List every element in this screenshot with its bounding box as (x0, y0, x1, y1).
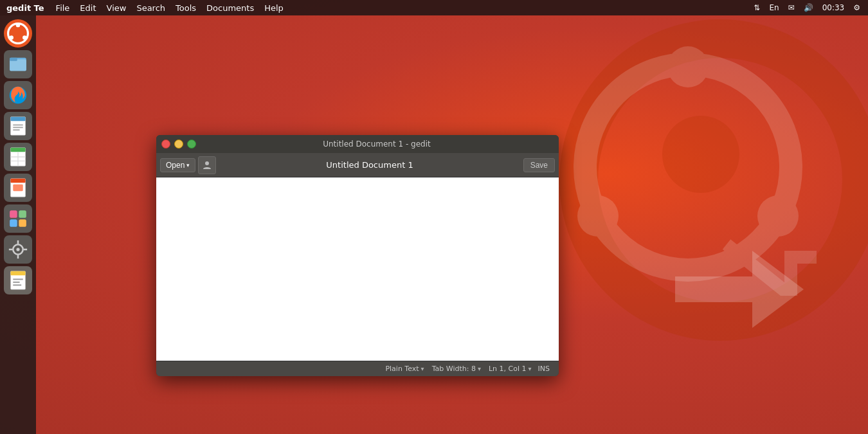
sidebar-item-software[interactable] (4, 204, 32, 233)
system-settings-icon[interactable]: ⚙ (851, 3, 863, 12)
mail-icon[interactable]: ✉ (786, 3, 797, 12)
menu-search[interactable]: Search (131, 0, 170, 15)
svg-rect-32 (17, 240, 19, 244)
svg-point-7 (23, 35, 26, 39)
svg-rect-39 (13, 282, 19, 283)
language-indicator[interactable]: En (766, 3, 781, 12)
menu-help[interactable]: Help (259, 0, 289, 15)
app-name-label: gedit Te (0, 3, 51, 13)
top-bar-left: gedit Te File Edit View Search Tools Doc… (0, 0, 751, 15)
svg-point-6 (16, 23, 20, 27)
sidebar-item-lo-impress[interactable] (4, 174, 32, 202)
volume-icon[interactable]: 🔊 (801, 3, 816, 12)
svg-point-41 (205, 161, 209, 165)
open-button[interactable]: Open ▾ (160, 158, 195, 172)
cursor-position-status[interactable]: Ln 1, Col 1 ▾ (485, 365, 536, 373)
svg-rect-24 (10, 179, 25, 183)
svg-rect-10 (10, 59, 26, 71)
open-button-label: Open (166, 161, 185, 170)
tab-width-status[interactable]: Tab Width: 8 ▾ (428, 365, 485, 373)
plain-text-label: Plain Text (385, 365, 419, 373)
menu-view[interactable]: View (102, 0, 132, 15)
svg-rect-29 (19, 219, 26, 227)
position-dropdown-icon: ▾ (529, 365, 532, 372)
menu-edit[interactable]: Edit (75, 0, 101, 15)
sidebar-item-files[interactable] (4, 50, 32, 78)
sidebar (0, 15, 36, 434)
tab-width-dropdown-icon: ▾ (478, 365, 481, 372)
svg-point-31 (16, 248, 19, 251)
top-bar: gedit Te File Edit View Search Tools Doc… (0, 0, 868, 15)
svg-point-1 (667, 46, 709, 87)
window-titlebar: Untitled Document 1 - gedit (156, 135, 559, 153)
desktop-arrow-decoration (675, 225, 804, 354)
network-icon[interactable]: ⇅ (751, 3, 763, 12)
svg-rect-17 (13, 129, 19, 131)
svg-rect-26 (10, 210, 17, 218)
insert-mode-label: INS (536, 365, 552, 373)
svg-rect-34 (9, 249, 12, 251)
document-title: Untitled Document 1 (219, 160, 520, 170)
menu-documents[interactable]: Documents (201, 0, 259, 15)
sidebar-item-lo-calc[interactable] (4, 143, 32, 171)
svg-rect-35 (24, 249, 27, 251)
svg-rect-25 (13, 185, 23, 191)
status-bar: Plain Text ▾ Tab Width: 8 ▾ Ln 1, Col 1 … (156, 361, 559, 376)
svg-point-8 (10, 35, 14, 39)
contact-icon-button[interactable] (198, 156, 216, 174)
tab-width-label: Tab Width: 8 (432, 365, 476, 373)
editor-textarea[interactable] (156, 177, 559, 361)
editor-area[interactable] (156, 177, 559, 361)
sidebar-item-firefox[interactable] (4, 81, 32, 109)
plain-text-dropdown-icon: ▾ (421, 365, 424, 372)
plain-text-status[interactable]: Plain Text ▾ (381, 365, 428, 373)
sidebar-item-lo-writer[interactable] (4, 112, 32, 140)
svg-rect-11 (10, 58, 17, 61)
svg-rect-37 (10, 271, 25, 275)
sidebar-item-gedit[interactable] (4, 266, 32, 294)
window-toolbar: Open ▾ Untitled Document 1 Save (156, 153, 559, 177)
svg-rect-33 (17, 255, 19, 258)
gedit-window: Untitled Document 1 - gedit Open ▾ Untit… (156, 135, 559, 376)
open-dropdown-arrow-icon: ▾ (186, 162, 190, 168)
svg-rect-27 (19, 210, 26, 218)
top-bar-right: ⇅ En ✉ 🔊 00:33 ⚙ (751, 3, 868, 12)
sidebar-item-system-tools[interactable] (4, 235, 32, 264)
window-minimize-button[interactable] (174, 140, 183, 149)
window-title: Untitled Document 1 - gedit (200, 140, 554, 149)
svg-rect-15 (13, 124, 23, 125)
window-close-button[interactable] (161, 140, 170, 149)
svg-point-3 (577, 195, 619, 237)
save-button[interactable]: Save (523, 158, 555, 172)
svg-rect-14 (10, 117, 25, 121)
clock[interactable]: 00:33 (820, 3, 847, 12)
menu-file[interactable]: File (51, 0, 75, 15)
svg-rect-28 (10, 219, 17, 227)
svg-rect-38 (13, 278, 23, 280)
svg-rect-16 (13, 127, 23, 128)
svg-rect-19 (10, 148, 25, 152)
menu-tools[interactable]: Tools (170, 0, 201, 15)
window-maximize-button[interactable] (187, 140, 196, 149)
cursor-position-label: Ln 1, Col 1 (489, 365, 527, 373)
svg-marker-4 (675, 251, 804, 328)
svg-rect-40 (13, 284, 21, 285)
sidebar-item-ubuntu[interactable] (4, 19, 32, 48)
